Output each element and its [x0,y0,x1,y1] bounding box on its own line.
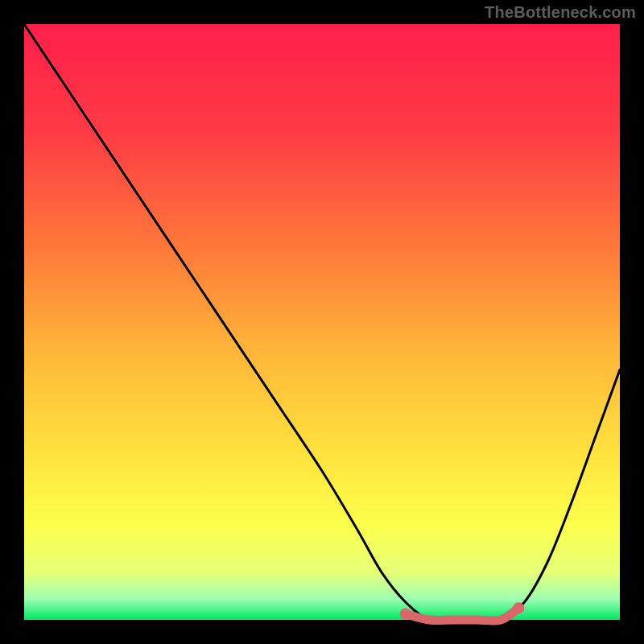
plot-background [24,24,620,620]
chart-svg [0,0,644,644]
chart-stage: TheBottleneck.com [0,0,644,644]
optimal-band-endpoint-right [513,602,524,613]
watermark-text: TheBottleneck.com [485,3,636,22]
optimal-band-endpoint-left [400,609,411,620]
